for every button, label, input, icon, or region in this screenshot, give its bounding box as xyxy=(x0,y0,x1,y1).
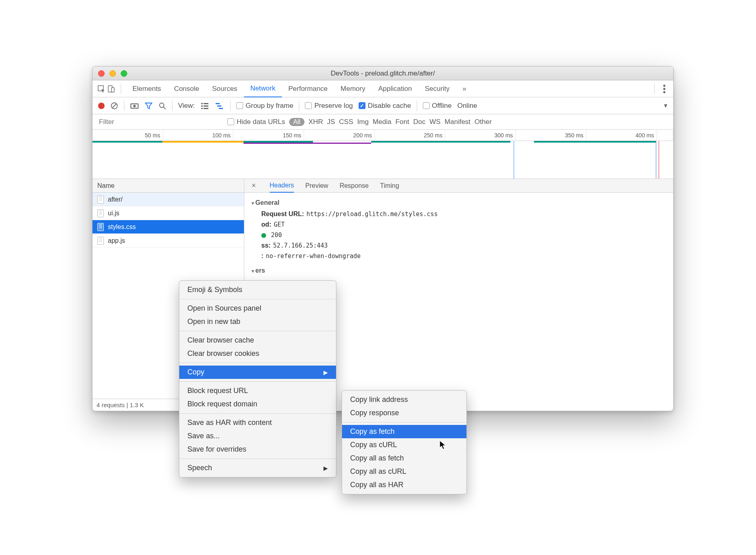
filter-type-xhr[interactable]: XHR xyxy=(309,118,323,126)
tab-console[interactable]: Console xyxy=(168,80,206,97)
remote-label-partial: ss: xyxy=(261,242,271,249)
tabs-overflow[interactable]: » xyxy=(456,80,472,97)
tab-network[interactable]: Network xyxy=(244,81,282,97)
submenu-copy-all-curl[interactable]: Copy all as cURL xyxy=(342,465,466,478)
tab-sources[interactable]: Sources xyxy=(206,80,244,97)
method-value: GET xyxy=(274,221,285,228)
menu-save-har[interactable]: Save as HAR with content xyxy=(179,416,336,429)
menu-block-domain[interactable]: Block request domain xyxy=(179,397,336,411)
column-header-name[interactable]: Name xyxy=(92,179,244,193)
svg-point-8 xyxy=(160,103,164,107)
hide-data-urls-checkbox[interactable]: Hide data URLs xyxy=(227,118,285,126)
menu-block-url[interactable]: Block request URL xyxy=(179,384,336,397)
offline-checkbox[interactable]: Offline xyxy=(423,102,452,110)
svg-rect-11 xyxy=(204,103,208,104)
online-select[interactable]: Online xyxy=(457,102,477,110)
throttling-dropdown-icon[interactable]: ▾ xyxy=(664,101,668,110)
method-label-partial: od: xyxy=(261,221,271,228)
request-url-value: https://preload.glitch.me/styles.css xyxy=(307,210,438,218)
inspect-icon[interactable] xyxy=(97,84,106,94)
request-row[interactable]: after/ xyxy=(92,193,244,206)
menu-clear-cache[interactable]: Clear browser cache xyxy=(179,334,336,347)
request-row[interactable]: app.js xyxy=(92,234,244,248)
svg-rect-15 xyxy=(204,108,208,109)
submenu-copy-as-fetch[interactable]: Copy as fetch xyxy=(342,425,466,438)
submenu-copy-link[interactable]: Copy link address xyxy=(342,393,466,406)
close-detail-button[interactable]: × xyxy=(249,181,258,190)
disable-cache-checkbox[interactable]: Disable cache xyxy=(359,102,411,110)
search-icon[interactable] xyxy=(158,102,166,110)
detail-tabs: × Headers Preview Response Timing xyxy=(244,179,673,193)
menu-save-as[interactable]: Save as... xyxy=(179,429,336,443)
file-icon xyxy=(97,223,104,231)
svg-rect-13 xyxy=(204,105,208,107)
submenu-arrow-icon: ▶ xyxy=(323,369,328,376)
response-headers-section[interactable]: ers xyxy=(252,267,666,274)
preserve-log-checkbox[interactable]: Preserve log xyxy=(305,102,353,110)
status-dot-icon xyxy=(261,233,266,238)
filter-type-ws[interactable]: WS xyxy=(429,118,440,126)
waterfall-overview-icon[interactable] xyxy=(215,102,225,109)
filter-type-media[interactable]: Media xyxy=(373,118,391,126)
menu-copy[interactable]: Copy▶ xyxy=(179,366,336,379)
menu-speech[interactable]: Speech▶ xyxy=(179,461,336,475)
submenu-arrow-icon: ▶ xyxy=(323,465,328,471)
status-code-value: 200 xyxy=(271,231,282,239)
submenu-copy-response[interactable]: Copy response xyxy=(342,406,466,420)
tab-elements[interactable]: Elements xyxy=(126,80,168,97)
filter-toggle-icon[interactable] xyxy=(145,102,153,110)
detail-tab-headers[interactable]: Headers xyxy=(270,179,294,193)
file-icon xyxy=(97,196,104,204)
tab-security[interactable]: Security xyxy=(418,80,456,97)
tab-memory[interactable]: Memory xyxy=(334,80,372,97)
file-icon xyxy=(97,237,104,245)
svg-rect-16 xyxy=(216,103,220,104)
menu-save-overrides[interactable]: Save for overrides xyxy=(179,443,336,456)
submenu-copy-all-har[interactable]: Copy all as HAR xyxy=(342,478,466,492)
menu-open-sources[interactable]: Open in Sources panel xyxy=(179,302,336,315)
referrer-policy-value: no-referrer-when-downgrade xyxy=(266,252,361,260)
detail-tab-response[interactable]: Response xyxy=(340,179,369,192)
menu-clear-cookies[interactable]: Clear browser cookies xyxy=(179,347,336,360)
window-title: DevTools - preload.glitch.me/after/ xyxy=(92,69,673,78)
request-row[interactable]: ui.js xyxy=(92,206,244,220)
record-button[interactable] xyxy=(98,103,105,109)
tab-performance[interactable]: Performance xyxy=(282,80,334,97)
tab-application[interactable]: Application xyxy=(372,80,418,97)
general-section[interactable]: General xyxy=(252,199,666,206)
filter-input[interactable] xyxy=(98,118,223,126)
large-rows-icon[interactable] xyxy=(200,102,209,109)
clear-button[interactable] xyxy=(110,102,118,110)
submenu-copy-all-fetch[interactable]: Copy all as fetch xyxy=(342,452,466,465)
screenshots-icon[interactable] xyxy=(130,102,139,109)
svg-rect-10 xyxy=(201,103,203,104)
timeline-ruler[interactable]: 50 ms 100 ms 150 ms 200 ms 250 ms 300 ms… xyxy=(92,130,673,141)
svg-rect-17 xyxy=(217,105,221,107)
filter-type-css[interactable]: CSS xyxy=(339,118,353,126)
filter-type-manifest[interactable]: Manifest xyxy=(445,118,470,126)
svg-rect-2 xyxy=(111,88,114,92)
detail-tab-preview[interactable]: Preview xyxy=(305,179,328,192)
request-row[interactable]: styles.css xyxy=(92,220,244,234)
menu-open-new-tab[interactable]: Open in new tab xyxy=(179,315,336,328)
filter-type-js[interactable]: JS xyxy=(327,118,335,126)
group-by-frame-checkbox[interactable]: Group by frame xyxy=(236,102,293,110)
svg-rect-12 xyxy=(201,105,203,107)
menu-emoji-symbols[interactable]: Emoji & Symbols xyxy=(179,283,336,296)
filter-type-doc[interactable]: Doc xyxy=(413,118,425,126)
filter-type-font[interactable]: Font xyxy=(395,118,409,126)
main-tabs: Elements Console Sources Network Perform… xyxy=(92,80,673,97)
network-toolbar: View: Group by frame Preserve log Disabl… xyxy=(92,97,673,114)
submenu-copy-as-curl[interactable]: Copy as cURL xyxy=(342,438,466,452)
filter-type-img[interactable]: Img xyxy=(357,118,369,126)
waterfall-overview[interactable] xyxy=(92,141,673,179)
settings-menu-icon[interactable]: ••• xyxy=(659,84,669,94)
detail-tab-timing[interactable]: Timing xyxy=(380,179,399,192)
titlebar: DevTools - preload.glitch.me/after/ xyxy=(92,67,673,80)
filter-bar: Hide data URLs All XHR JS CSS Img Media … xyxy=(92,114,673,130)
filter-type-all[interactable]: All xyxy=(289,118,304,126)
filter-type-other[interactable]: Other xyxy=(475,118,492,126)
context-menu: Emoji & Symbols Open in Sources panel Op… xyxy=(179,280,336,477)
device-toggle-icon[interactable] xyxy=(106,84,116,94)
copy-submenu: Copy link address Copy response Copy as … xyxy=(342,390,467,494)
